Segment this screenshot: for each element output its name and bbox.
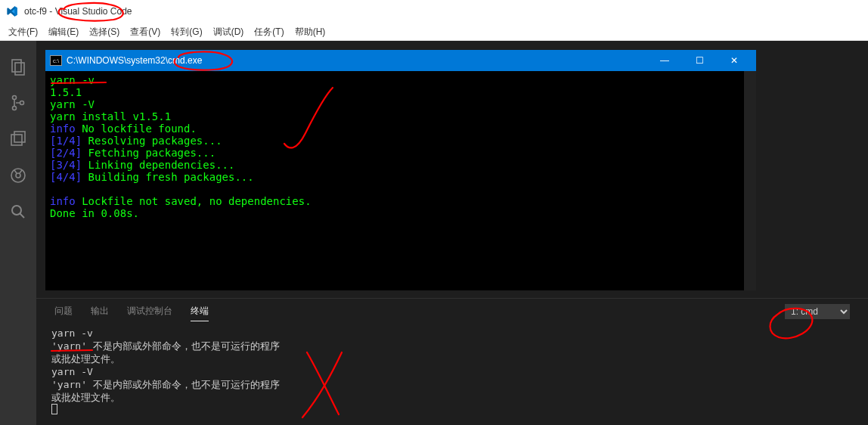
main-area: c:\ C:\WINDOWS\system32\cmd.exe — ☐ ✕ ya… [0, 41, 868, 425]
cmd-line: [4/4] Building fresh packages... [50, 171, 752, 183]
terminal-line: 'yarn' 不是内部或外部命令，也不是可运行的程序 [51, 340, 853, 352]
menu-debug[interactable]: 调试(D) [208, 23, 250, 41]
tab-problems[interactable]: 问题 [54, 302, 73, 321]
svg-point-8 [16, 173, 20, 178]
menu-bar: 文件(F) 编辑(E) 选择(S) 查看(V) 转到(G) 调试(D) 任务(T… [0, 23, 868, 41]
cmd-line: [1/4] Resolving packages... [50, 135, 752, 147]
vscode-icon [6, 5, 18, 17]
minimize-button[interactable]: — [647, 50, 682, 71]
tab-terminal[interactable]: 终端 [191, 302, 209, 321]
panel-tabs: 问题 输出 调试控制台 终端 1: cmd [36, 298, 868, 324]
cmd-line: info No lockfile found. [50, 123, 752, 135]
window-titlebar: otc-f9 - Visual Studio Code [0, 0, 868, 23]
cmd-line: yarn -v [50, 74, 752, 86]
cmd-scrollbar[interactable] [744, 71, 756, 290]
cmd-body[interactable]: yarn -v 1.5.1 yarn -V yarn install v1.5.… [45, 71, 756, 290]
cmd-line: yarn -V [50, 98, 752, 110]
window-title: otc-f9 - Visual Studio Code [24, 6, 132, 17]
cmd-line: info Lockfile not saved, no dependencies… [50, 195, 752, 207]
bottom-panel: 问题 输出 调试控制台 终端 1: cmd yarn -v 'yarn' 不是内… [36, 298, 868, 425]
svg-point-4 [20, 101, 24, 105]
source-control-icon[interactable] [0, 85, 36, 121]
cmd-window: c:\ C:\WINDOWS\system32\cmd.exe — ☐ ✕ ya… [45, 50, 756, 290]
terminal-selector[interactable]: 1: cmd [785, 304, 850, 319]
terminal-line: yarn -V [51, 365, 853, 378]
extensions-icon[interactable] [0, 157, 36, 194]
tab-output[interactable]: 输出 [91, 302, 109, 321]
menu-file[interactable]: 文件(F) [3, 23, 43, 41]
menu-tasks[interactable]: 任务(T) [249, 23, 289, 41]
svg-point-9 [12, 206, 21, 215]
activity-bar [0, 41, 36, 425]
svg-rect-1 [15, 63, 24, 75]
terminal-cursor [51, 404, 57, 414]
editor-region: c:\ C:\WINDOWS\system32\cmd.exe — ☐ ✕ ya… [36, 41, 868, 298]
cmd-line: [3/4] Linking dependencies... [50, 159, 752, 171]
cmd-line: 1.5.1 [50, 86, 752, 98]
menu-view[interactable]: 查看(V) [125, 23, 166, 41]
terminal-line: yarn -v [51, 327, 853, 340]
cmd-title: C:\WINDOWS\system32\cmd.exe [67, 55, 647, 66]
terminal-line: 或批处理文件。 [51, 391, 853, 404]
terminal-body[interactable]: yarn -v 'yarn' 不是内部或外部命令，也不是可运行的程序 或批处理文… [36, 324, 868, 425]
svg-rect-5 [11, 135, 22, 145]
cmd-line: yarn install v1.5.1 [50, 110, 752, 123]
terminal-line: 或批处理文件。 [51, 352, 853, 365]
search-icon[interactable] [0, 194, 36, 230]
svg-rect-0 [12, 60, 21, 72]
terminal-cursor-line [51, 404, 853, 417]
terminal-line: 'yarn' 不是内部或外部命令，也不是可运行的程序 [51, 378, 853, 391]
explorer-icon[interactable] [0, 48, 36, 85]
tab-debug-console[interactable]: 调试控制台 [127, 302, 172, 321]
menu-edit[interactable]: 编辑(E) [43, 23, 84, 41]
svg-point-7 [11, 169, 25, 182]
content-column: c:\ C:\WINDOWS\system32\cmd.exe — ☐ ✕ ya… [36, 41, 868, 425]
cmd-window-controls: — ☐ ✕ [647, 50, 752, 71]
menu-select[interactable]: 选择(S) [84, 23, 125, 41]
svg-point-2 [13, 96, 17, 100]
close-button[interactable]: ✕ [717, 50, 752, 71]
cmd-blank [50, 183, 752, 195]
menu-goto[interactable]: 转到(G) [166, 23, 207, 41]
cmd-titlebar[interactable]: c:\ C:\WINDOWS\system32\cmd.exe — ☐ ✕ [45, 50, 756, 71]
debug-icon[interactable] [0, 121, 36, 157]
menu-help[interactable]: 帮助(H) [290, 23, 331, 41]
svg-rect-6 [14, 132, 25, 142]
cmd-line: [2/4] Fetching packages... [50, 147, 752, 159]
maximize-button[interactable]: ☐ [682, 50, 717, 71]
cmd-line: Done in 0.08s. [50, 207, 752, 219]
svg-point-3 [13, 107, 17, 110]
cmd-icon: c:\ [50, 55, 62, 66]
